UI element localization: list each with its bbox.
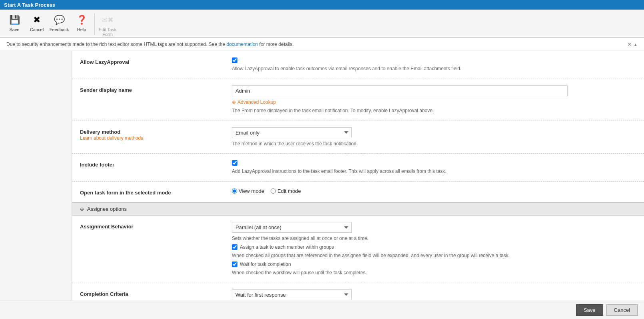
wait-task-completion-row: Wait for task completion bbox=[232, 262, 636, 267]
main-layout: Allow LazyApproval Allow LazyApproval to… bbox=[0, 51, 644, 319]
edit-task-form-label: Edit Task Form bbox=[98, 27, 117, 37]
completion-criteria-select[interactable]: Wait for first response Wait for all res… bbox=[232, 289, 352, 300]
include-footer-checkbox[interactable] bbox=[232, 160, 237, 166]
assign-each-member-checkbox[interactable] bbox=[232, 244, 237, 250]
include-footer-desc: Add LazyApproval instructions to the tas… bbox=[232, 168, 636, 175]
assign-each-member-row: Assign a task to each member within grou… bbox=[232, 244, 636, 250]
assignee-options-header[interactable]: ⊖ Assignee options bbox=[72, 202, 644, 216]
open-task-form-section: Open task form in the selected mode View… bbox=[72, 182, 644, 202]
assignment-behavior-desc: Sets whether the tasks are assigned all … bbox=[232, 235, 636, 242]
help-label: Help bbox=[77, 27, 86, 32]
notification-bar: Due to security enhancements made to the… bbox=[0, 38, 644, 51]
allow-lazy-approval-section: Allow LazyApproval Allow LazyApproval to… bbox=[72, 51, 644, 79]
delivery-method-desc: The method in which the user receives th… bbox=[232, 141, 636, 147]
cancel-icon: ✖ bbox=[30, 14, 43, 26]
open-task-form-radio-row: View mode Edit mode bbox=[232, 188, 636, 194]
save-label: Save bbox=[9, 27, 19, 32]
feedback-icon: 💬 bbox=[53, 14, 66, 26]
allow-lazy-approval-checkbox[interactable] bbox=[232, 57, 237, 63]
toolbar-divider bbox=[94, 14, 95, 35]
delivery-method-section: Delivery method Learn about delivery met… bbox=[72, 121, 644, 154]
include-footer-section: Include footer Add LazyApproval instruct… bbox=[72, 154, 644, 182]
edit-mode-radio[interactable] bbox=[271, 188, 276, 194]
cancel-label: Cancel bbox=[30, 27, 44, 32]
assign-each-member-subdesc: When checked all groups that are referen… bbox=[232, 252, 636, 259]
open-task-form-label: Open task form in the selected mode bbox=[80, 190, 224, 196]
view-mode-radio[interactable] bbox=[232, 188, 237, 194]
help-icon: ❓ bbox=[75, 14, 88, 26]
notification-text: Due to security enhancements made to the… bbox=[6, 42, 294, 47]
allow-lazy-approval-label: Allow LazyApproval bbox=[80, 59, 224, 65]
sender-display-name-input[interactable] bbox=[232, 85, 568, 96]
completion-criteria-label: Completion Criteria bbox=[80, 291, 224, 297]
edit-task-form-button[interactable]: ✉✖ Edit Task Form bbox=[96, 12, 119, 38]
title-bar: Start A Task Process bbox=[0, 0, 644, 10]
assignment-behavior-select[interactable]: Parallel (all at once) Serial (one at a … bbox=[232, 222, 352, 233]
learn-delivery-methods-link[interactable]: Learn about delivery methods bbox=[80, 135, 143, 141]
include-footer-row bbox=[232, 160, 636, 166]
wait-task-completion-label: Wait for task completion bbox=[240, 262, 291, 267]
edit-task-form-icon: ✉✖ bbox=[101, 14, 114, 26]
bottom-bar: Save Cancel bbox=[0, 301, 644, 319]
title-text: Start A Task Process bbox=[4, 2, 55, 8]
assign-each-member-label: Assign a task to each member within grou… bbox=[240, 244, 334, 250]
content-area: Allow LazyApproval Allow LazyApproval to… bbox=[72, 51, 644, 319]
assignee-options-title: Assignee options bbox=[87, 206, 127, 212]
allow-lazy-approval-desc: Allow LazyApproval to enable task outcom… bbox=[232, 65, 636, 72]
assignment-behavior-label: Assignment Behavior bbox=[80, 224, 224, 230]
include-footer-label: Include footer bbox=[80, 162, 224, 168]
save-bottom-button[interactable]: Save bbox=[576, 304, 603, 316]
wait-task-completion-checkbox[interactable] bbox=[232, 262, 237, 267]
notification-scroll-up[interactable]: ▲ bbox=[634, 42, 638, 47]
advanced-lookup-link[interactable]: ⊕ Advanced Lookup bbox=[232, 99, 276, 105]
feedback-label: Feedback bbox=[50, 27, 69, 32]
assignment-behavior-section: Assignment Behavior Parallel (all at onc… bbox=[72, 216, 644, 283]
sender-display-name-label: Sender display name bbox=[80, 87, 224, 93]
assignee-section-toggle-icon: ⊖ bbox=[80, 206, 84, 212]
delivery-method-select[interactable]: Email only Email and Task Pane Task Pane… bbox=[232, 127, 352, 138]
advanced-lookup-circle-icon: ⊕ bbox=[232, 99, 236, 105]
feedback-button[interactable]: 💬 Feedback bbox=[48, 12, 70, 34]
view-mode-option[interactable]: View mode bbox=[232, 188, 264, 194]
documentation-link[interactable]: documentation bbox=[227, 42, 258, 47]
cancel-button[interactable]: ✖ Cancel bbox=[26, 12, 48, 34]
wait-task-completion-subdesc: When checked the workflow will pause unt… bbox=[232, 269, 636, 276]
toolbar: 💾 Save ✖ Cancel 💬 Feedback ❓ Help ✉✖ Edi… bbox=[0, 10, 644, 38]
delivery-method-label: Delivery method bbox=[80, 129, 224, 135]
cancel-bottom-button[interactable]: Cancel bbox=[606, 304, 638, 316]
sender-display-name-section: Sender display name ⊕ Advanced Lookup Th… bbox=[72, 79, 644, 121]
sender-display-name-desc: The From name displayed in the task emai… bbox=[232, 107, 636, 114]
save-button[interactable]: 💾 Save bbox=[3, 12, 26, 34]
notification-close-button[interactable]: ✕ bbox=[627, 41, 632, 48]
help-button[interactable]: ❓ Help bbox=[70, 12, 93, 34]
save-icon: 💾 bbox=[8, 14, 21, 26]
allow-lazy-approval-row bbox=[232, 57, 636, 63]
sidebar bbox=[0, 51, 72, 319]
edit-mode-option[interactable]: Edit mode bbox=[271, 188, 301, 194]
